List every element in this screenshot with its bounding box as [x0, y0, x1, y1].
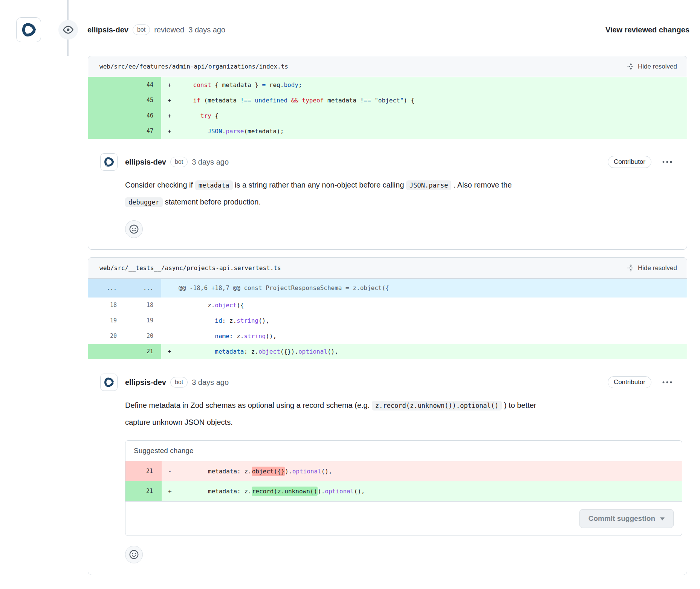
code-token: ).: [285, 468, 292, 475]
comment-text-segment: Consider checking if: [125, 181, 195, 189]
code-token: ) {: [403, 97, 414, 104]
suggestion-code-line: metadata: z.record(z.unknown()).optional…: [179, 481, 682, 501]
diff-sign: +: [161, 344, 179, 359]
caret-down-icon: [660, 517, 665, 523]
comment-text-segment: Define metadata in Zod schemas as option…: [125, 401, 372, 409]
code-token: object: [258, 348, 280, 355]
comment-text-segment: is a string rather than any non-object b…: [233, 181, 406, 189]
inline-code-chip: z.record(z.unknown()).optional(): [372, 401, 502, 410]
diff-sign: [161, 279, 179, 298]
comment-header: ellipsis-devbot3 days agoContributor: [125, 153, 674, 171]
add-reaction-button[interactable]: [125, 546, 143, 563]
review-action-text: reviewed: [154, 26, 184, 34]
old-line-number: [88, 108, 125, 124]
reviewer-name[interactable]: ellipsis-dev: [87, 26, 128, 34]
code-token: [179, 317, 215, 324]
bot-badge: bot: [170, 157, 188, 167]
diff-line: 1818 z.object({: [88, 298, 687, 313]
comment-author-name[interactable]: ellipsis-dev: [125, 378, 166, 387]
suggestion-diff-sign: +: [162, 481, 179, 501]
code-token: if: [193, 97, 200, 104]
old-line-number: [88, 93, 125, 108]
new-line-number: 47: [125, 124, 161, 139]
code-token: (),: [321, 468, 332, 475]
code-token: .: [222, 128, 226, 135]
new-line-number: 44: [125, 77, 161, 93]
code-token: ({: [237, 302, 244, 309]
code-line: try {: [179, 108, 687, 124]
diff-line: ......@@ -18,6 +18,7 @@ const ProjectRes…: [88, 279, 687, 298]
code-line: const { metadata } = req.body;: [179, 77, 687, 93]
code-token: {: [211, 112, 219, 119]
new-line-number: 21: [125, 344, 161, 359]
file-path-link[interactable]: web/src/__tests__/async/projects-api.ser…: [99, 264, 281, 272]
reviewer-avatar[interactable]: [16, 17, 41, 42]
old-line-number: [88, 124, 125, 139]
old-line-number: 20: [88, 328, 125, 344]
review-header: ellipsis-dev bot reviewed 3 days ago Vie…: [16, 17, 689, 42]
smiley-icon: [129, 549, 139, 560]
comment-options-button[interactable]: [661, 380, 674, 385]
comment-text-segment: . Also remove the: [451, 181, 512, 189]
inline-code-chip: metadata: [195, 180, 233, 190]
comment-author-avatar[interactable]: [100, 374, 118, 391]
suggestion-footer: Commit suggestion: [125, 501, 682, 536]
code-token: [179, 81, 193, 89]
diff-line: 1919 id: z.string(),: [88, 313, 687, 328]
suggestion-diff-sign: -: [162, 461, 179, 481]
code-line: if (metadata !== undefined && typeof met…: [179, 93, 687, 108]
diff-file-header: web/src/ee/features/admin-api/organizati…: [88, 56, 687, 77]
review-comment: ellipsis-devbot3 days agoContributor Def…: [88, 359, 687, 575]
hide-resolved-button[interactable]: Hide resolved: [627, 63, 677, 70]
comment-options-button[interactable]: [661, 159, 674, 165]
review-comment: ellipsis-devbot3 days agoContributor Con…: [88, 139, 687, 249]
diff-file-header: web/src/__tests__/async/projects-api.ser…: [88, 258, 687, 279]
bot-badge: bot: [133, 24, 150, 35]
code-token: =: [262, 81, 266, 89]
code-token: [179, 333, 215, 340]
code-token: !==: [360, 97, 371, 104]
code-token: [179, 348, 215, 355]
code-token: optional: [292, 468, 321, 475]
code-token: string: [244, 333, 266, 340]
comment-timestamp[interactable]: 3 days ago: [192, 158, 229, 166]
code-token: [298, 97, 302, 104]
suggestion-diff-line: 21- metadata: z.object({}).optional(),: [125, 461, 682, 481]
hide-resolved-button[interactable]: Hide resolved: [627, 264, 677, 272]
add-reaction-button[interactable]: [125, 220, 143, 238]
ellipsis-logo: [103, 376, 115, 388]
code-token: typeof: [302, 97, 324, 104]
code-token: "object": [374, 97, 403, 104]
comment-author-avatar[interactable]: [100, 153, 118, 171]
code-token: ).: [318, 488, 325, 495]
code-token: string: [237, 317, 258, 324]
comment-timestamp[interactable]: 3 days ago: [192, 378, 229, 387]
ellipsis-logo: [20, 21, 37, 38]
comment-author-name[interactable]: ellipsis-dev: [125, 158, 166, 166]
comment-main: ellipsis-devbot3 days agoContributor Def…: [125, 374, 674, 563]
code-token: (metadata);: [244, 128, 284, 135]
code-token: req.: [266, 81, 284, 89]
diff-sign: +: [161, 77, 179, 93]
view-reviewed-changes-link[interactable]: View reviewed changes: [605, 26, 689, 34]
review-eye-badge: [58, 20, 78, 40]
smiley-icon: [129, 224, 139, 234]
diff-sign: [161, 298, 179, 313]
review-timestamp[interactable]: 3 days ago: [188, 26, 225, 34]
old-line-number: 18: [88, 298, 125, 313]
hide-resolved-label: Hide resolved: [638, 264, 677, 272]
code-token: const: [193, 81, 211, 89]
code-token: metadata: z.: [179, 468, 252, 475]
code-token: metadata: z.: [179, 488, 252, 495]
file-path-link[interactable]: web/src/ee/features/admin-api/organizati…: [99, 63, 288, 70]
code-token: (metadata: [200, 97, 240, 104]
diff-sign: +: [161, 124, 179, 139]
diff-line: 46+ try {: [88, 108, 687, 124]
code-token: [179, 112, 200, 119]
old-line-number: [88, 77, 125, 93]
commit-suggestion-button[interactable]: Commit suggestion: [579, 509, 674, 528]
code-token: : z.: [229, 333, 244, 340]
diff-line: 45+ if (metadata !== undefined && typeof…: [88, 93, 687, 108]
code-token: try: [200, 112, 211, 119]
code-line: name: z.string(),: [179, 328, 687, 344]
